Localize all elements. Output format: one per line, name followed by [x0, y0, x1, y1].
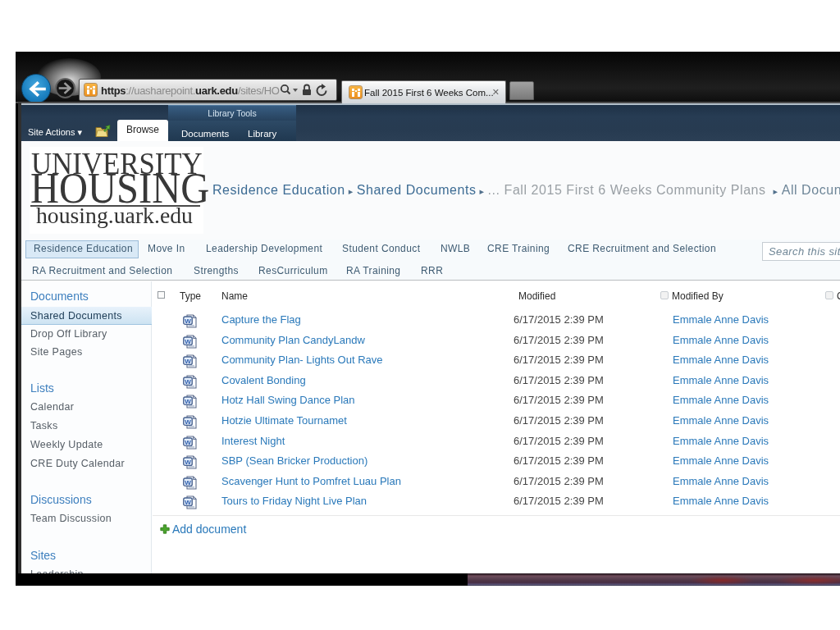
svg-text:W: W	[185, 358, 191, 365]
svg-text:W: W	[185, 337, 191, 345]
svg-text:W: W	[185, 377, 191, 385]
svg-text:W: W	[185, 418, 191, 426]
svg-text:W: W	[185, 317, 191, 325]
svg-text:W: W	[185, 398, 191, 405]
svg-text:W: W	[185, 438, 191, 445]
svg-text:W: W	[185, 499, 191, 506]
svg-text:W: W	[185, 459, 191, 466]
svg-text:W: W	[185, 478, 191, 486]
